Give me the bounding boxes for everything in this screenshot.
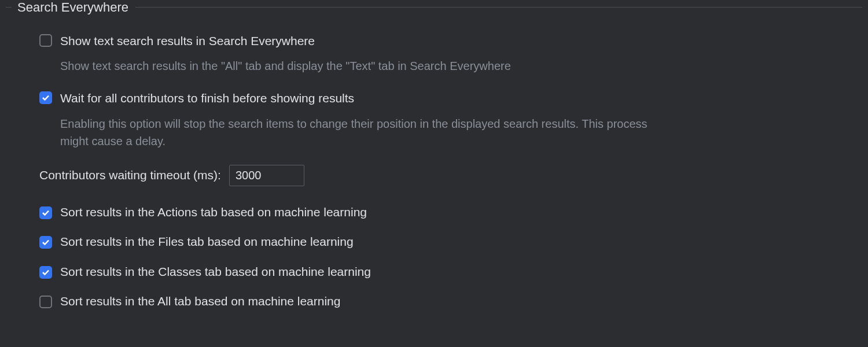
timeout-input[interactable] xyxy=(229,165,304,186)
wait-contributors-option: Wait for all contributors to finish befo… xyxy=(39,90,856,149)
search-everywhere-section: Search Everywhere Show text search resul… xyxy=(0,0,868,309)
show-text-search-label: Show text search results in Search Every… xyxy=(60,32,315,49)
sort-classes-ml-option: Sort results in the Classes tab based on… xyxy=(39,263,856,280)
check-icon xyxy=(42,94,50,102)
sort-files-ml-label: Sort results in the Files tab based on m… xyxy=(60,233,354,250)
timeout-option: Contributors waiting timeout (ms): xyxy=(39,165,856,186)
show-text-search-description: Show text search results in the "All" ta… xyxy=(60,57,662,75)
wait-contributors-label: Wait for all contributors to finish befo… xyxy=(60,90,354,106)
show-text-search-option: Show text search results in Search Every… xyxy=(39,32,856,75)
sort-all-ml-label: Sort results in the All tab based on mac… xyxy=(60,293,340,309)
sort-actions-ml-option: Sort results in the Actions tab based on… xyxy=(39,204,856,220)
section-content: Show text search results in Search Every… xyxy=(12,15,856,309)
wait-contributors-description: Enabling this option will stop the searc… xyxy=(60,115,662,150)
sort-classes-ml-checkbox[interactable] xyxy=(39,266,52,279)
sort-all-ml-option: Sort results in the All tab based on mac… xyxy=(39,293,856,309)
sort-actions-ml-label: Sort results in the Actions tab based on… xyxy=(60,204,367,220)
check-icon xyxy=(42,209,50,217)
sort-files-ml-checkbox[interactable] xyxy=(39,236,52,249)
check-icon xyxy=(42,238,50,246)
sort-actions-ml-checkbox[interactable] xyxy=(39,206,52,219)
check-icon xyxy=(42,268,50,276)
ml-sort-options: Sort results in the Actions tab based on… xyxy=(39,204,856,310)
timeout-label: Contributors waiting timeout (ms): xyxy=(39,168,221,182)
sort-classes-ml-label: Sort results in the Classes tab based on… xyxy=(60,263,371,280)
sort-all-ml-checkbox[interactable] xyxy=(39,296,52,308)
section-title: Search Everywhere xyxy=(12,0,135,15)
show-text-search-checkbox[interactable] xyxy=(39,34,52,47)
sort-files-ml-option: Sort results in the Files tab based on m… xyxy=(39,233,856,250)
wait-contributors-checkbox[interactable] xyxy=(39,91,52,104)
